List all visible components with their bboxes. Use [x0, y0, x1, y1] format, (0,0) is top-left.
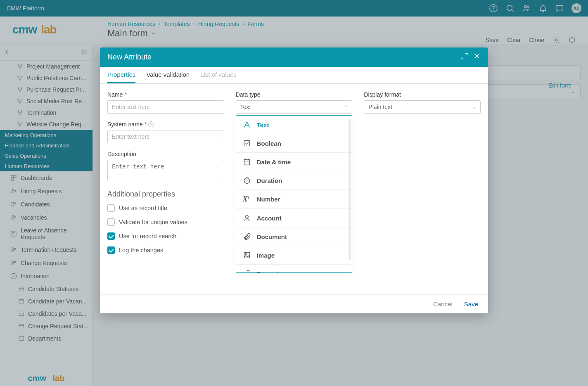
display-label: Display format [364, 91, 401, 98]
check-search[interactable]: Use for record search [107, 232, 224, 240]
datatype-label: Data type [236, 91, 261, 98]
dd-item-image[interactable]: Image [236, 246, 352, 265]
modal-tabs: Properties Value validation List of valu… [100, 67, 488, 84]
dd-item-datetime[interactable]: Date & time [236, 153, 352, 171]
sysname-label: System name [107, 121, 143, 128]
additional-section: Additional properties [107, 190, 224, 199]
maximize-icon[interactable] [461, 52, 468, 62]
dd-item-record[interactable]: Record [236, 265, 352, 272]
col-left: Name* System name*? Description Addition… [107, 91, 224, 287]
save-button[interactable]: Save [464, 301, 478, 308]
chevron-up-icon: ⌃ [344, 104, 348, 110]
modal-header: New Attribute [100, 47, 488, 67]
help-icon[interactable]: ? [148, 121, 154, 127]
check-unique[interactable]: Validate for unique values [107, 218, 224, 226]
dd-item-account[interactable]: Account [236, 209, 352, 227]
chevron-down-icon: ⌄ [472, 104, 476, 110]
dd-item-document[interactable]: Document [236, 227, 352, 246]
modal-footer: Cancel Save [100, 294, 488, 313]
svg-rect-68 [244, 159, 249, 165]
dd-item-duration[interactable]: Duration [236, 171, 352, 190]
check-record-title[interactable]: Use as record title [107, 204, 224, 212]
svg-point-75 [245, 215, 248, 218]
desc-label: Description [107, 151, 136, 157]
dd-item-number[interactable]: X1Number [236, 190, 352, 209]
name-input[interactable] [107, 100, 224, 114]
svg-point-77 [245, 253, 247, 255]
tab-properties[interactable]: Properties [107, 71, 135, 83]
close-icon[interactable] [473, 52, 481, 62]
svg-rect-76 [244, 252, 249, 258]
col-mid: Data type Text⌃ Text Boolean Date & time… [236, 91, 353, 287]
new-attribute-modal: New Attribute Properties Value validatio… [100, 47, 488, 313]
datatype-select[interactable]: Text⌃ [236, 100, 353, 114]
tab-values: List of values [200, 71, 237, 83]
scrollbar[interactable] [349, 119, 351, 260]
tab-validation[interactable]: Value validation [146, 71, 190, 83]
svg-rect-67 [244, 140, 249, 146]
modal-overlay: New Attribute Properties Value validatio… [0, 0, 588, 386]
datatype-dropdown: Text Boolean Date & time Duration X1Numb… [236, 115, 353, 273]
sysname-input[interactable] [107, 130, 224, 143]
modal-title: New Attribute [107, 53, 152, 62]
cancel-button[interactable]: Cancel [433, 301, 453, 308]
dd-item-boolean[interactable]: Boolean [236, 134, 352, 153]
dd-item-text[interactable]: Text [236, 116, 352, 134]
display-format-select[interactable]: Plain text⌄ [364, 100, 481, 114]
col-right: Display format Plain text⌄ [364, 91, 481, 287]
name-label: Name [107, 91, 123, 98]
desc-input[interactable] [107, 160, 224, 181]
check-log[interactable]: Log the changes [107, 246, 224, 254]
